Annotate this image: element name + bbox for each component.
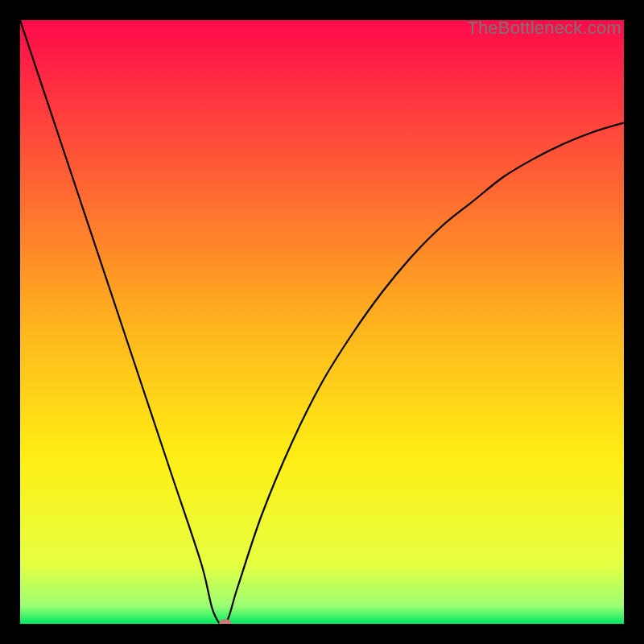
watermark-text: TheBottleneck.com (467, 18, 621, 39)
chart-background (20, 20, 624, 624)
chart-plot (20, 20, 624, 624)
chart-frame: TheBottleneck.com (16, 16, 628, 628)
